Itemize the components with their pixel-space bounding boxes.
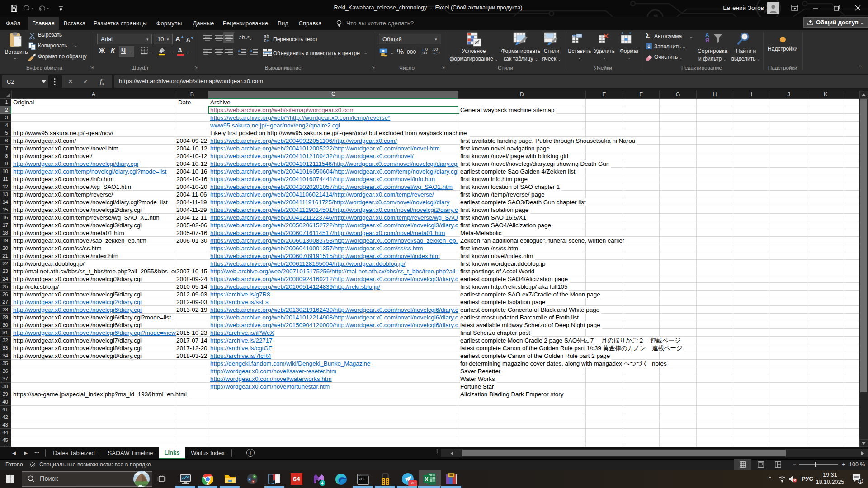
svg-text:X: X [425, 476, 429, 483]
svg-text:C:\_: C:\_ [359, 477, 367, 481]
svg-text:C:\: C:\ [359, 474, 361, 476]
svg-text:1: 1 [859, 479, 862, 483]
